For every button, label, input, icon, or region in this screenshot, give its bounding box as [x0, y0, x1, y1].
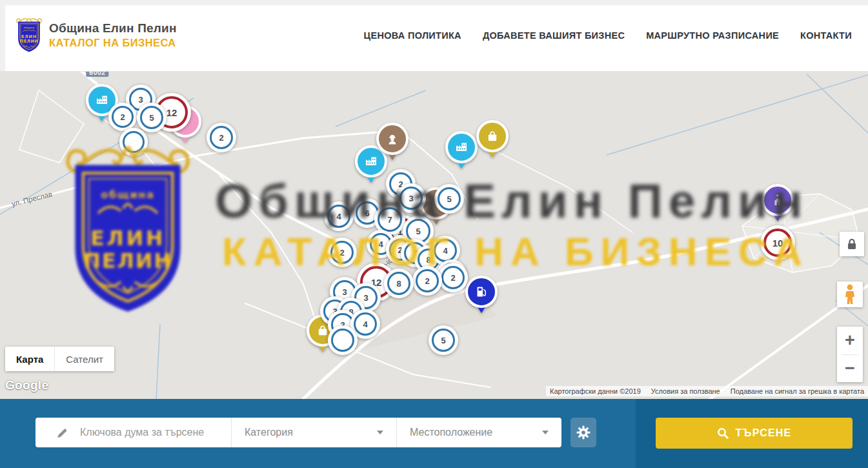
cluster-ring: 2	[112, 106, 134, 128]
site-title: Община Елин Пелин	[49, 21, 177, 36]
watermark-emblem	[54, 137, 201, 321]
cluster-ring: 5	[432, 329, 455, 352]
fuel-icon	[465, 276, 498, 308]
cluster-ring: 2	[210, 126, 233, 149]
map-canvas[interactable]: 6002 ул. Преславбул. „Новосел 1213121032…	[0, 71, 868, 399]
google-logo[interactable]: Google	[5, 378, 48, 392]
worker-icon	[376, 123, 409, 155]
cluster-count: 2	[219, 133, 223, 143]
attribution-link[interactable]: Условия за ползване	[651, 387, 720, 395]
attribution-link[interactable]: Подаване на сигнал за грешка в картата	[731, 387, 864, 395]
cluster-ring: 5	[140, 106, 163, 129]
cluster-count: 2	[120, 112, 125, 122]
attribution-text: Картографски данни ©2019	[550, 387, 641, 395]
zoom-control: + −	[837, 327, 863, 382]
gear-icon	[576, 425, 590, 440]
header: Община Елин Пелин КАТАЛОГ НА БИЗНЕСА ЦЕН…	[0, 0, 868, 72]
cluster-marker[interactable]: 2	[108, 103, 137, 131]
lock-button[interactable]	[840, 232, 864, 256]
satellite-type-button[interactable]: Сателит	[54, 347, 114, 371]
search-button[interactable]: ТЪРСЕНЕ	[656, 418, 853, 449]
watermark-subtitle: КАТАЛОГ НА БИЗНЕСА	[222, 229, 809, 274]
cluster-ring: 4	[354, 312, 377, 336]
category-label: Категория	[245, 427, 293, 438]
cluster-count: 5	[149, 113, 154, 123]
left-strip	[0, 0, 5, 71]
zoom-out-button[interactable]: −	[837, 355, 863, 382]
map-type-button[interactable]: Карта	[5, 347, 54, 371]
nav-item[interactable]: КОНТАКТИ	[800, 30, 852, 41]
search-button-label: ТЪРСЕНЕ	[736, 427, 792, 439]
chevron-down-icon	[377, 431, 383, 434]
keyword-field[interactable]	[35, 418, 231, 447]
map-attribution: Картографски данни ©2019Условия за ползв…	[546, 386, 868, 396]
site-logo[interactable]: Община Елин Пелин КАТАЛОГ НА БИЗНЕСА	[15, 14, 177, 56]
bag-icon	[476, 120, 509, 152]
factory-icon	[445, 131, 478, 163]
cluster-marker[interactable]: 2	[207, 123, 236, 152]
search-bar: Категория Местоположение ТЪРСЕНЕ	[0, 399, 868, 468]
cluster-ring	[331, 329, 354, 352]
search-icon	[717, 427, 729, 439]
cluster-count: 3	[363, 293, 368, 303]
nav-item[interactable]: ДОБАВЕТЕ ВАШИЯТ БИЗНЕС	[483, 30, 625, 41]
cluster-count: 2	[425, 276, 429, 286]
watermark-title: Община Елин Пелин	[215, 173, 808, 229]
site-subtitle: КАТАЛОГ НА БИЗНЕСА	[49, 37, 177, 49]
cluster-count: 3	[342, 287, 347, 297]
pencil-icon	[56, 427, 68, 439]
advanced-settings-button[interactable]	[570, 418, 596, 447]
category-select[interactable]: Категория	[231, 418, 396, 447]
cluster-marker[interactable]: 5	[137, 103, 167, 132]
cluster-count: 12	[167, 107, 177, 118]
cluster-count: 3	[138, 95, 143, 105]
cluster-count: 8	[396, 279, 401, 289]
location-select[interactable]: Местоположение	[396, 418, 561, 447]
location-label: Местоположение	[410, 427, 492, 438]
cluster-count: 5	[441, 336, 445, 345]
zoom-in-button[interactable]: +	[837, 327, 863, 354]
lock-icon	[847, 238, 857, 250]
main-nav: ЦЕНОВА ПОЛИТИКАДОБАВЕТЕ ВАШИЯТ БИЗНЕСМАР…	[364, 0, 852, 71]
cluster-ring: 8	[387, 272, 410, 295]
map-type-control: Карта Сателит	[5, 347, 114, 371]
cluster-marker[interactable]: 5	[429, 325, 458, 355]
pegman-icon	[842, 284, 858, 305]
keyword-input[interactable]	[79, 426, 223, 439]
cluster-marker[interactable]	[328, 325, 358, 355]
chevron-down-icon	[542, 431, 549, 434]
street-view-pegman[interactable]	[837, 281, 863, 307]
cluster-count: 4	[363, 320, 367, 329]
municipality-emblem-icon	[15, 14, 43, 56]
nav-item[interactable]: ЦЕНОВА ПОЛИТИКА	[364, 30, 461, 41]
search-fields: Категория Местоположение	[35, 418, 561, 447]
nav-item[interactable]: МАРШРУТНО РАЗПИСАНИЕ	[646, 30, 779, 41]
